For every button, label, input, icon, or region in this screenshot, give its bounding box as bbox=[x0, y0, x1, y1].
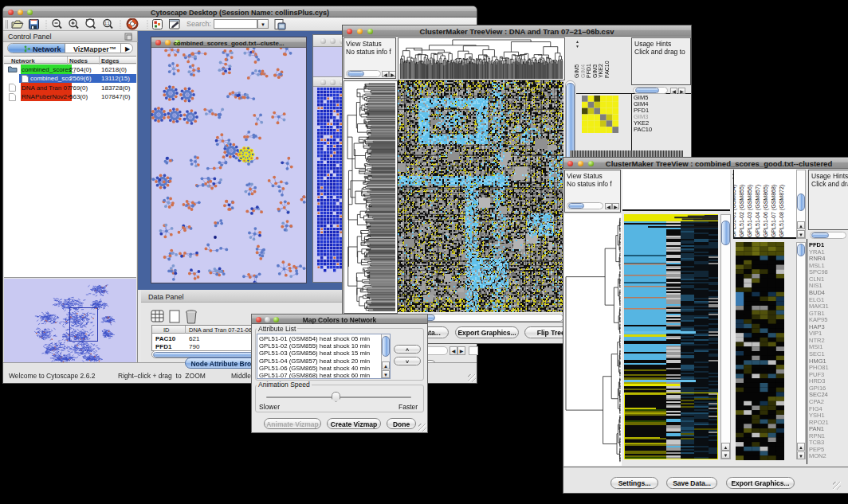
svg-text:1:1: 1:1 bbox=[104, 21, 110, 25]
